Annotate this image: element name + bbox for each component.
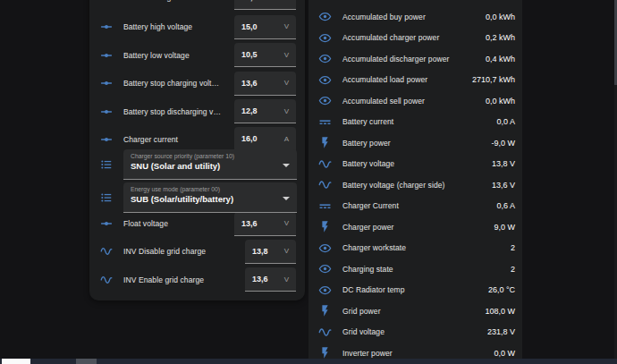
- entity-row[interactable]: Charging state 2: [308, 258, 522, 280]
- eye-icon[interactable]: [318, 10, 332, 23]
- number-input[interactable]: 15,0 V: [234, 15, 296, 39]
- entity-row[interactable]: Grid voltage 231,8 V: [308, 322, 522, 343]
- sine-icon[interactable]: [318, 326, 332, 339]
- current-dc-icon[interactable]: [318, 115, 332, 129]
- entity-row[interactable]: DC Radiator temp 26,0 °C: [308, 280, 522, 301]
- entity-value: 26,0 °C: [488, 285, 515, 294]
- entity-row[interactable]: Accumulated sell power 0,0 kWh: [308, 90, 522, 112]
- entity-row[interactable]: Accumulated load power 2710,7 kWh: [308, 70, 522, 91]
- setting-row: Battery high voltage 15,0 V: [89, 14, 305, 39]
- energy-use-mode-select[interactable]: Energy use mode (parameter 00) SUB (Sola…: [123, 182, 297, 213]
- entity-label: Grid voltage: [342, 327, 385, 336]
- select-label: Charger source priority (parameter 10): [131, 153, 279, 159]
- unit-label: V: [284, 219, 289, 227]
- entity-value: 2710,7 kWh: [472, 75, 515, 84]
- entity-row[interactable]: Grid power 108,0 W: [308, 301, 522, 322]
- eye-icon[interactable]: [318, 52, 332, 65]
- number-value: 13,8: [252, 247, 268, 256]
- entity-row[interactable]: Accumulated discharger power 0,4 kWh: [308, 48, 522, 70]
- entity-row[interactable]: Accumulated buy power 0,0 kWh: [308, 6, 522, 28]
- number-input[interactable]: 13,6 V: [234, 212, 296, 236]
- setting-row: INV Disable grid charge 13,8 V: [89, 239, 305, 264]
- number-value: 14,4: [241, 0, 258, 2]
- entity-value: 0,0 W: [494, 349, 515, 358]
- settings-card: Absorb voltage 14,4 V Battery high volta…: [89, 0, 305, 301]
- entity-value: 0,2 kWh: [486, 33, 515, 42]
- entity-label: Battery power: [342, 139, 391, 148]
- eye-icon[interactable]: [318, 94, 332, 107]
- entity-row[interactable]: Battery voltage (charger side) 13,6 V: [308, 174, 522, 196]
- unit-label: V: [284, 51, 289, 59]
- flash-icon[interactable]: [318, 136, 332, 149]
- unit-label: V: [284, 247, 289, 255]
- entity-row[interactable]: Charger Current 0,6 A: [308, 196, 522, 217]
- number-input[interactable]: 13,6 V: [234, 72, 296, 96]
- entity-row[interactable]: Battery voltage 13,8 V: [308, 154, 522, 175]
- setting-label: Charger current: [123, 135, 178, 144]
- number-value: 13,6: [241, 219, 258, 228]
- setting-label: INV Enable grid charge: [123, 275, 204, 284]
- entity-row[interactable]: Charger workstate 2: [308, 238, 522, 259]
- eye-icon[interactable]: [318, 262, 332, 275]
- slider-icon: [100, 0, 113, 4]
- setting-label: INV Disable grid charge: [123, 247, 206, 256]
- entity-row[interactable]: Battery power -9,0 W: [308, 132, 522, 154]
- number-value: 13,6: [241, 79, 258, 88]
- entity-label: Accumulated discharger power: [342, 55, 450, 63]
- list-icon: [100, 191, 113, 204]
- number-value: 13,6: [252, 275, 268, 284]
- charger-source-priority-select[interactable]: Charger source priority (parameter 10) S…: [123, 149, 297, 180]
- entity-row[interactable]: Accumulated charger power 0,2 kWh: [308, 28, 522, 49]
- number-input[interactable]: 13,8 V: [245, 240, 296, 264]
- sine-icon[interactable]: [318, 178, 332, 191]
- entity-label: Battery current: [342, 117, 393, 126]
- entity-row[interactable]: Charger power 9,0 W: [308, 216, 522, 238]
- eye-icon[interactable]: [318, 284, 332, 297]
- entity-label: Charging state: [342, 265, 393, 274]
- setting-row: Battery low voltage 10,5 V: [89, 43, 305, 68]
- entity-label: Accumulated load power: [342, 75, 427, 84]
- list-icon: [100, 158, 113, 171]
- setting-label: Battery high voltage: [123, 22, 192, 31]
- entity-row[interactable]: Battery current 0,0 A: [308, 112, 522, 133]
- entities-card: Accumulated buy power 0,0 kWh Accumulate…: [308, 0, 522, 364]
- unit-label: V: [284, 107, 289, 115]
- entity-label: Accumulated charger power: [342, 33, 439, 42]
- slider-icon: [100, 77, 113, 89]
- setting-row: Absorb voltage 14,4 V: [89, 0, 305, 10]
- entity-value: 2: [511, 265, 515, 274]
- number-input[interactable]: 14,4 V: [234, 0, 296, 10]
- chevron-down-icon: [283, 164, 290, 167]
- flash-icon[interactable]: [318, 346, 332, 360]
- entity-label: Grid power: [342, 307, 381, 316]
- flash-icon[interactable]: [318, 304, 332, 317]
- entity-label: Charger workstate: [342, 243, 406, 252]
- unit-label: A: [284, 135, 289, 143]
- entity-label: Charger power: [342, 223, 394, 232]
- entity-value: 0,6 A: [496, 201, 515, 210]
- sine-icon: [100, 245, 113, 258]
- flash-icon[interactable]: [318, 220, 332, 233]
- number-input[interactable]: 12,8 V: [234, 99, 296, 123]
- setting-label: Battery low voltage: [123, 51, 190, 60]
- setting-row: Battery stop charging volt… 13,6 V: [89, 71, 305, 96]
- entity-value: 0,0 kWh: [486, 97, 515, 106]
- dashboard-screen: Absorb voltage 14,4 V Battery high volta…: [0, 0, 617, 364]
- setting-label: Battery stop charging volt…: [123, 79, 219, 88]
- eye-icon[interactable]: [318, 73, 332, 87]
- number-input[interactable]: 13,6 V: [245, 267, 296, 292]
- eye-icon[interactable]: [318, 241, 332, 255]
- entity-value: 0,0 A: [496, 117, 515, 126]
- number-input[interactable]: 10,5 V: [234, 43, 296, 67]
- eye-icon[interactable]: [318, 31, 332, 45]
- setting-row: Charger current 16,0 A: [89, 127, 305, 152]
- entity-value: 13,8 V: [492, 159, 515, 168]
- current-dc-icon[interactable]: [318, 199, 332, 213]
- sine-icon[interactable]: [318, 157, 332, 171]
- entity-label: Accumulated buy power: [342, 13, 426, 21]
- number-value: 12,8: [241, 106, 258, 115]
- number-input[interactable]: 16,0 A: [234, 127, 296, 151]
- slider-icon: [100, 106, 113, 118]
- energy-use-mode-row: Energy use mode (parameter 00) SUB (Sola…: [98, 182, 297, 213]
- horizontal-scrollbar-thumb[interactable]: [76, 359, 97, 364]
